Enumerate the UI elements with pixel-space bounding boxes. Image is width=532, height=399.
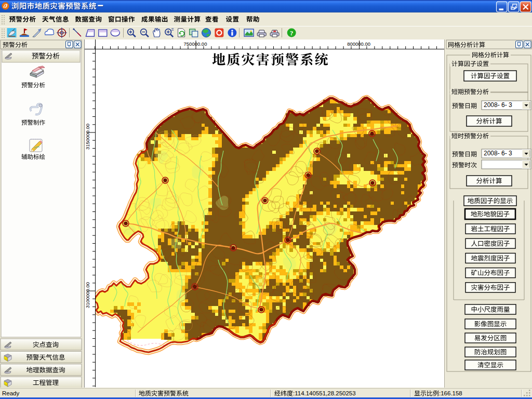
- svg-text:3100000.00: 3100000.00: [85, 282, 90, 308]
- svg-text:?: ?: [290, 29, 294, 37]
- svg-text:Ready: Ready: [2, 390, 19, 396]
- svg-text::166.158: :166.158: [439, 390, 462, 396]
- svg-text:750000.00: 750000.00: [184, 41, 207, 47]
- svg-text:800000.00: 800000.00: [347, 41, 370, 47]
- svg-text::114.140551,28.250253: :114.140551,28.250253: [293, 390, 356, 396]
- svg-text:2008- 6- 3: 2008- 6- 3: [484, 101, 512, 109]
- svg-text:2008- 6- 3: 2008- 6- 3: [484, 150, 512, 157]
- svg-text:3150000.00: 3150000.00: [85, 124, 90, 150]
